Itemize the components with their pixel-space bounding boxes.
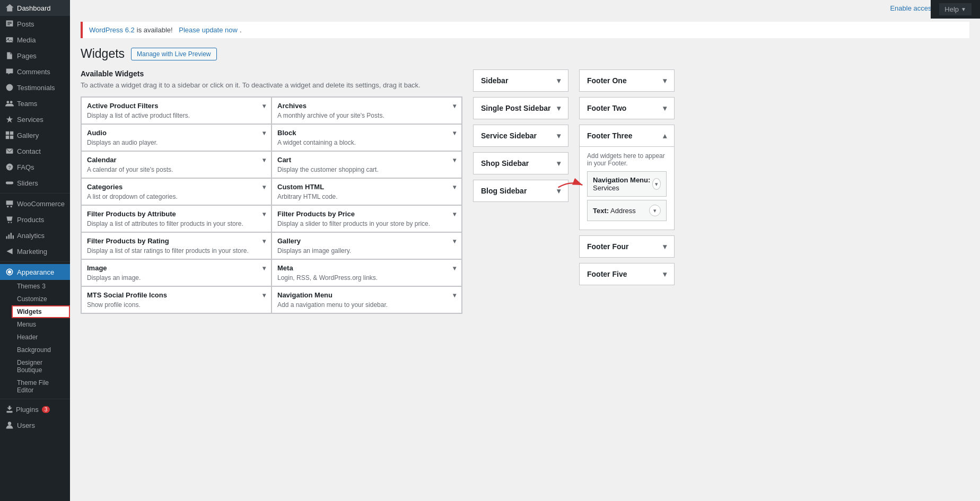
widget-chevron-icon: ▾ <box>453 183 456 191</box>
sidebar-testimonials-label: Testimonials <box>17 84 55 92</box>
sidebar-item-marketing[interactable]: Marketing <box>0 243 70 259</box>
sidebar-item-plugins[interactable]: Plugins 3 <box>0 401 70 417</box>
widget-item[interactable]: Active Product Filters ▾ Display a list … <box>81 97 272 124</box>
widget-item[interactable]: Meta ▾ Login, RSS, & WordPress.org links… <box>272 259 462 286</box>
footer-area-footer-one: Footer One ▾ <box>579 69 675 92</box>
widget-desc: Displays an image gallery. <box>277 247 456 254</box>
sidebar-sub-customize[interactable]: Customize <box>12 293 70 305</box>
manage-live-preview-button[interactable]: Manage with Live Preview <box>131 48 216 60</box>
sidebar-pages-label: Pages <box>17 52 37 60</box>
footer-area-label-footer-five: Footer Five <box>587 270 627 278</box>
sidebar-item-contact[interactable]: Contact <box>0 143 70 159</box>
widget-item[interactable]: Cart ▾ Display the customer shopping car… <box>272 151 462 178</box>
sidebar-area-header-blog-sidebar[interactable]: Blog Sidebar ▾ <box>474 180 568 201</box>
sidebar-area-header-sidebar[interactable]: Sidebar ▾ <box>474 70 568 91</box>
page-title: Widgets <box>81 47 125 61</box>
sidebar-item-media[interactable]: Media <box>0 32 70 48</box>
sidebar-appearance-label: Appearance <box>17 268 54 276</box>
widget-item[interactable]: Navigation Menu ▾ Add a navigation menu … <box>272 286 462 313</box>
footer-area-footer-two: Footer Two ▾ <box>579 97 675 119</box>
widget-chevron-icon: ▾ <box>262 156 266 164</box>
svg-point-13 <box>7 206 8 207</box>
widget-item[interactable]: MTS Social Profile Icons ▾ Show profile … <box>81 286 272 313</box>
sidebar-item-products[interactable]: Products <box>0 212 70 227</box>
sidebar-area-header-single-post-sidebar[interactable]: Single Post Sidebar ▾ <box>474 98 568 119</box>
sidebar-item-posts[interactable]: Posts <box>0 16 70 32</box>
widget-in-sidebar-0[interactable]: Navigation Menu: Services ▾ <box>587 171 667 197</box>
widget-desc: Add a navigation menu to your sidebar. <box>277 301 456 309</box>
sidebar-area-service-sidebar: Service Sidebar ▾ <box>473 125 568 147</box>
widget-name: Active Product Filters <box>87 102 158 110</box>
sidebar-item-sliders[interactable]: Sliders <box>0 175 70 191</box>
widget-chevron-icon: ▾ <box>453 129 456 137</box>
svg-point-15 <box>8 222 9 223</box>
widget-item[interactable]: Audio ▾ Displays an audio player. <box>81 124 272 151</box>
widget-item[interactable]: Categories ▾ A list or dropdown of categ… <box>81 178 272 205</box>
sidebar-item-gallery[interactable]: Gallery <box>0 127 70 143</box>
footer-area-header-footer-four[interactable]: Footer Four ▾ <box>580 236 674 257</box>
sidebar-item-testimonials[interactable]: Testimonials <box>0 80 70 95</box>
sidebar-area-header-service-sidebar[interactable]: Service Sidebar ▾ <box>474 125 568 146</box>
sidebar-item-comments[interactable]: Comments <box>0 64 70 80</box>
footer-area-header-footer-five[interactable]: Footer Five ▾ <box>580 263 674 285</box>
widget-name: Meta <box>277 264 293 272</box>
sidebar-item-pages[interactable]: Pages <box>0 48 70 64</box>
footer-area-header-footer-two[interactable]: Footer Two ▾ <box>580 98 674 119</box>
sidebar-item-users[interactable]: Users <box>0 417 70 433</box>
widget-in-sidebar-chevron[interactable]: ▾ <box>652 178 661 190</box>
sidebar-area-chevron-shop-sidebar: ▾ <box>557 159 561 168</box>
footer-area-header-footer-one[interactable]: Footer One ▾ <box>580 70 674 91</box>
sidebar-item-dashboard[interactable]: Dashboard <box>0 0 70 16</box>
wordpress-version-link[interactable]: WordPress 6.2 <box>89 26 135 34</box>
sidebar-item-teams[interactable]: Teams <box>0 95 70 111</box>
sidebar-sub-menus[interactable]: Menus <box>12 318 70 331</box>
widget-item[interactable]: Archives ▾ A monthly archive of your sit… <box>272 97 462 124</box>
sidebar-item-woocommerce[interactable]: WooCommerce <box>0 196 70 212</box>
svg-rect-6 <box>10 131 13 135</box>
widget-name: MTS Social Profile Icons <box>87 291 167 299</box>
widget-desc: Display a list of star ratings to filter… <box>87 247 266 254</box>
help-button[interactable]: Help ▼ <box>939 3 972 15</box>
widget-in-sidebar-1[interactable]: Text: Address ▾ <box>587 200 667 221</box>
widget-in-sidebar-chevron[interactable]: ▾ <box>649 205 661 216</box>
notice-middle-text: is available! <box>137 26 173 34</box>
footer-area-chevron-footer-one: ▾ <box>663 76 667 85</box>
footer-area-footer-four: Footer Four ▾ <box>579 235 675 258</box>
widget-desc: Display a list of active product filters… <box>87 112 266 119</box>
sidebar-item-services[interactable]: Services <box>0 111 70 127</box>
sidebar-sub-themes[interactable]: Themes 3 <box>12 280 70 293</box>
widget-item[interactable]: Calendar ▾ A calendar of your site's pos… <box>81 151 272 178</box>
widget-item[interactable]: Gallery ▾ Displays an image gallery. <box>272 232 462 259</box>
widget-item[interactable]: Image ▾ Displays an image. <box>81 259 272 286</box>
sidebar-item-faqs[interactable]: ? FAQs <box>0 159 70 175</box>
sidebar-sub-background[interactable]: Background <box>12 344 70 356</box>
widget-item[interactable]: Filter Products by Price ▾ Display a sli… <box>272 205 462 232</box>
sidebar-sub-header[interactable]: Header <box>12 331 70 344</box>
footer-area-chevron-footer-three: ▴ <box>663 131 667 140</box>
sidebar-area-chevron-service-sidebar: ▾ <box>557 131 561 140</box>
appearance-submenu: Themes 3 Customize Widgets Menus Header … <box>0 280 70 397</box>
svg-point-3 <box>6 101 9 103</box>
widget-item[interactable]: Filter Products by Rating ▾ Display a li… <box>81 232 272 259</box>
widget-chevron-icon: ▾ <box>262 265 266 272</box>
sidebar-item-appearance[interactable]: Appearance <box>0 264 70 280</box>
help-chevron-icon: ▼ <box>961 6 966 12</box>
footer-area-header-footer-three[interactable]: Footer Three ▴ <box>580 125 674 146</box>
sidebar-posts-label: Posts <box>17 20 34 28</box>
left-sidebar-areas: Sidebar ▾ Single Post Sidebar ▾ Service … <box>473 69 568 202</box>
sidebar-sub-widgets[interactable]: Widgets <box>12 305 70 318</box>
widget-name: Custom HTML <box>277 183 324 191</box>
sidebar-item-analytics[interactable]: Analytics <box>0 227 70 243</box>
sidebar-sub-designer-boutique[interactable]: Designer Boutique <box>12 356 70 376</box>
footer-area-body-footer-three: Add widgets here to appear in your Foote… <box>580 146 674 230</box>
update-now-link[interactable]: Please update now <box>179 26 238 34</box>
widget-item[interactable]: Custom HTML ▾ Arbitrary HTML code. <box>272 178 462 205</box>
footer-area-label-footer-four: Footer Four <box>587 242 629 251</box>
widget-item[interactable]: Filter Products by Attribute ▾ Display a… <box>81 205 272 232</box>
sidebar-users-label: Users <box>17 421 35 429</box>
sidebar-sub-theme-file-editor[interactable]: Theme File Editor <box>12 376 70 397</box>
sidebar-area-header-shop-sidebar[interactable]: Shop Sidebar ▾ <box>474 153 568 174</box>
sidebar-col-right: Footer One ▾ Footer Two ▾ Footer Three ▴… <box>579 69 675 291</box>
widget-item[interactable]: Block ▾ A widget containing a block. <box>272 124 462 151</box>
sidebar-plugins-label: Plugins <box>16 406 39 414</box>
